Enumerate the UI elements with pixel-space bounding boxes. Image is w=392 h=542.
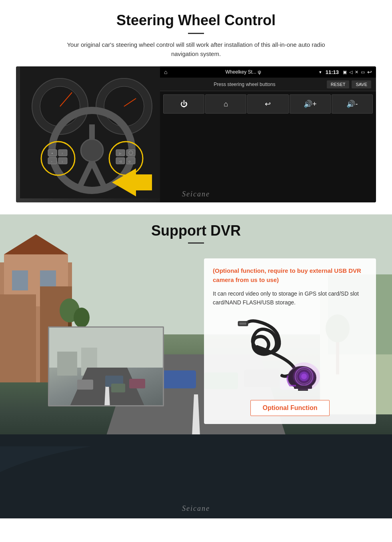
hu-control-back[interactable]: ↩ bbox=[247, 94, 288, 114]
svg-text:↓: ↓ bbox=[62, 160, 63, 163]
svg-text:↑: ↑ bbox=[62, 152, 63, 155]
svg-rect-35 bbox=[12, 270, 28, 290]
dvr-title: Support DVR bbox=[0, 222, 392, 239]
steering-wheel-svg: + - ↑ ↓ ▷ ◁ ◇ bbox=[20, 66, 164, 198]
dvr-preview-thumbnail bbox=[48, 326, 164, 406]
hu-app-name: Wheelkey St... ψ bbox=[170, 69, 316, 75]
hu-control-vol-down[interactable]: 🔊- bbox=[332, 94, 373, 114]
svg-point-42 bbox=[74, 308, 90, 328]
hu-camera-icon: ▣ bbox=[343, 70, 347, 75]
svg-rect-37 bbox=[0, 294, 36, 382]
dvr-camera-svg bbox=[226, 316, 354, 392]
dvr-title-underline bbox=[188, 242, 204, 244]
hu-control-home[interactable]: ⌂ bbox=[205, 94, 246, 114]
steering-photo: + - ↑ ↓ ▷ ◁ ◇ bbox=[16, 66, 168, 202]
dvr-description: It can record video only to storage in G… bbox=[213, 289, 367, 307]
svg-rect-25 bbox=[126, 158, 135, 164]
optional-function-wrapper: Optional Function bbox=[213, 400, 367, 416]
hu-controls-grid: ⏻ ⌂ ↩ 🔊+ 🔊- bbox=[160, 91, 376, 117]
steering-title-underline bbox=[188, 33, 204, 34]
hu-screen-icon: ▭ bbox=[361, 70, 365, 75]
hu-control-vol-up[interactable]: 🔊+ bbox=[290, 94, 331, 114]
svg-rect-64 bbox=[129, 379, 145, 388]
svg-rect-14 bbox=[48, 158, 57, 164]
svg-point-8 bbox=[81, 139, 103, 162]
dvr-thumb-svg bbox=[49, 328, 164, 406]
optional-function-button[interactable]: Optional Function bbox=[250, 400, 330, 416]
hu-back-icon: ↩ bbox=[367, 69, 372, 75]
head-unit-screen: ⌂ Wheelkey St... ψ ▾ 11:13 ▣ ◁ ✕ ▭ ↩ Pre… bbox=[160, 66, 376, 202]
hu-status-bar: ⌂ Wheelkey St... ψ ▾ 11:13 ▣ ◁ ✕ ▭ ↩ bbox=[160, 66, 376, 78]
svg-text:-: - bbox=[51, 160, 52, 163]
svg-rect-67 bbox=[239, 322, 246, 325]
steering-wheel-section: Steering Wheel Control Your original car… bbox=[0, 0, 392, 210]
dvr-optional-text: (Optional function, require to buy exter… bbox=[213, 266, 367, 284]
steering-watermark: Seicane bbox=[182, 190, 210, 198]
svg-rect-65 bbox=[111, 384, 125, 392]
hu-instruction-bar: Press steering wheel buttons RESET SAVE bbox=[160, 78, 376, 91]
hu-save-button[interactable]: SAVE bbox=[352, 80, 371, 88]
dvr-title-block: Support DVR bbox=[0, 222, 392, 244]
hu-time: 11:13 bbox=[326, 69, 339, 75]
hu-control-power[interactable]: ⏻ bbox=[163, 94, 204, 114]
hu-x-icon: ✕ bbox=[355, 70, 358, 75]
steering-title: Steering Wheel Control bbox=[16, 12, 376, 29]
dvr-info-card: (Optional function, require to buy exter… bbox=[204, 258, 376, 424]
svg-text:+: + bbox=[51, 152, 53, 155]
hu-wifi-icon: ▾ bbox=[319, 70, 322, 75]
dvr-camera-image bbox=[213, 314, 367, 394]
hu-volume-icon: ◁ bbox=[349, 70, 352, 75]
dvr-section: Support DVR (Optional function, require … bbox=[0, 214, 392, 518]
hu-reset-button[interactable]: RESET bbox=[327, 80, 350, 88]
hu-empty-area bbox=[160, 117, 376, 189]
svg-rect-62 bbox=[77, 380, 93, 390]
steering-description: Your original car's steering wheel contr… bbox=[56, 40, 336, 58]
svg-rect-58 bbox=[57, 352, 77, 376]
hu-home-icon: ⌂ bbox=[164, 69, 167, 75]
svg-rect-46 bbox=[160, 370, 196, 388]
steering-image-wrapper: + - ↑ ↓ ▷ ◁ ◇ ⌂ bbox=[16, 66, 376, 202]
hu-instruction-text: Press steering wheel buttons bbox=[165, 82, 324, 87]
dvr-watermark: Seicane bbox=[182, 504, 210, 513]
